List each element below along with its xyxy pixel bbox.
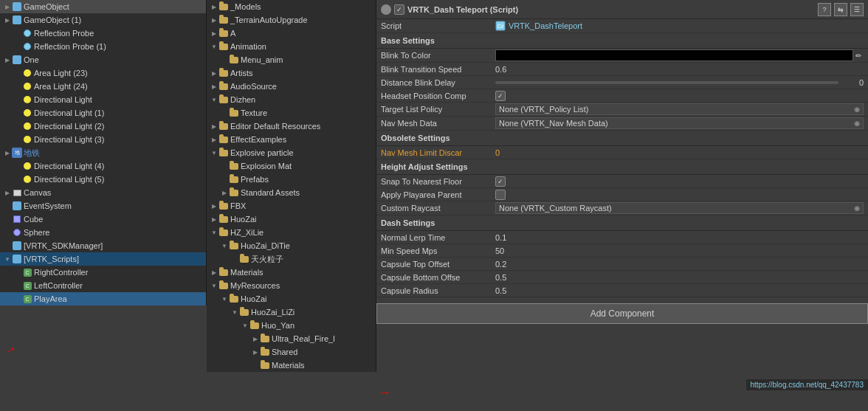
tree-arrow-icon[interactable]: [13, 69, 22, 77]
tree-arrow-icon[interactable]: [210, 69, 218, 77]
tree-arrow-icon[interactable]: [220, 175, 229, 184]
tree-arrow-icon[interactable]: [210, 135, 218, 144]
tree-arrow-icon[interactable]: [251, 334, 260, 343]
hierarchy-item[interactable]: Area Light (24): [0, 80, 206, 93]
tree-arrow-icon[interactable]: [251, 348, 260, 356]
tree-arrow-icon[interactable]: [13, 281, 22, 290]
settings-icon-btn[interactable]: ☰: [850, 3, 864, 16]
add-component-button[interactable]: Add Component: [376, 303, 868, 324]
project-item[interactable]: Menu_anim: [207, 53, 376, 66]
project-item[interactable]: Ultra_Real_Fire_l: [207, 332, 376, 345]
tree-arrow-icon[interactable]: [3, 241, 12, 250]
project-item[interactable]: Editor Default Resources: [207, 120, 376, 133]
hierarchy-item[interactable]: Sphere: [0, 226, 206, 239]
tree-arrow-icon[interactable]: [210, 148, 218, 157]
hierarchy-item[interactable]: Directional Light (1): [0, 106, 206, 120]
tree-arrow-icon[interactable]: [210, 82, 218, 91]
tree-arrow-icon[interactable]: [13, 42, 22, 51]
tree-arrow-icon[interactable]: [13, 175, 22, 184]
hierarchy-item[interactable]: Cube: [0, 213, 206, 226]
tree-arrow-icon[interactable]: [220, 241, 229, 250]
tree-arrow-icon[interactable]: [210, 2, 218, 11]
tree-arrow-icon[interactable]: [13, 108, 22, 117]
hierarchy-item[interactable]: One: [0, 53, 206, 66]
tree-arrow-icon[interactable]: [210, 215, 218, 224]
help-icon-btn[interactable]: ?: [818, 3, 831, 16]
pencil-icon[interactable]: ✏: [853, 50, 864, 61]
project-item[interactable]: 天火粒子: [207, 252, 376, 266]
hierarchy-item[interactable]: Reflection Probe (1): [0, 40, 206, 53]
tree-arrow-icon[interactable]: [230, 255, 239, 263]
headset-pos-checkbox[interactable]: [495, 91, 506, 101]
tree-arrow-icon[interactable]: [220, 108, 229, 117]
tree-arrow-icon[interactable]: [13, 135, 22, 144]
tree-arrow-icon[interactable]: [230, 308, 239, 317]
tree-arrow-icon[interactable]: [210, 201, 218, 210]
project-item[interactable]: Standard Assets: [207, 186, 376, 199]
project-item[interactable]: Prefabs: [207, 173, 376, 186]
tree-arrow-icon[interactable]: [13, 122, 22, 131]
project-item[interactable]: MyResources: [207, 279, 376, 292]
project-item[interactable]: Dizhen: [207, 93, 376, 106]
tree-arrow-icon[interactable]: [220, 162, 229, 170]
project-item[interactable]: Explosion Mat: [207, 159, 376, 173]
hierarchy-item[interactable]: EventSystem: [0, 199, 206, 213]
tree-arrow-icon[interactable]: [220, 55, 229, 64]
project-item[interactable]: HuoZai_LiZi: [207, 305, 376, 319]
project-item[interactable]: Animation: [207, 40, 376, 53]
tree-arrow-icon[interactable]: [210, 29, 218, 38]
project-item[interactable]: HZ_XiLie: [207, 226, 376, 239]
hierarchy-item[interactable]: Directional Light: [0, 93, 206, 106]
project-item[interactable]: EffectExamples: [207, 133, 376, 146]
tree-arrow-icon[interactable]: [251, 361, 260, 370]
tree-arrow-icon[interactable]: [13, 29, 22, 38]
project-item[interactable]: HuoZai: [207, 292, 376, 305]
component-checkbox[interactable]: [394, 4, 404, 15]
tree-arrow-icon[interactable]: [241, 321, 249, 330]
snap-floor-checkbox[interactable]: [495, 176, 506, 187]
distance-blink-slider[interactable]: 0: [495, 78, 864, 87]
hierarchy-item[interactable]: Directional Light (4): [0, 159, 206, 173]
project-item[interactable]: Artists: [207, 66, 376, 80]
tree-arrow-icon[interactable]: [3, 228, 12, 237]
hierarchy-item[interactable]: Area Light (23): [0, 66, 206, 80]
project-item[interactable]: Materials: [207, 359, 376, 372]
tree-arrow-icon[interactable]: [220, 294, 229, 303]
blink-color-value[interactable]: [495, 49, 853, 61]
hierarchy-item[interactable]: Directional Light (5): [0, 173, 206, 186]
enable-circle[interactable]: [381, 4, 391, 15]
tree-arrow-icon[interactable]: [210, 268, 218, 277]
hierarchy-item[interactable]: CRightController: [0, 266, 206, 279]
hierarchy-item[interactable]: Canvas: [0, 186, 206, 199]
hierarchy-item[interactable]: [VRTK_Scripts]: [0, 252, 206, 266]
project-item[interactable]: Explosive particle: [207, 146, 376, 159]
tree-arrow-icon[interactable]: [3, 15, 12, 24]
tree-arrow-icon[interactable]: [210, 281, 218, 290]
hierarchy-item[interactable]: [VRTK_SDKManager]: [0, 239, 206, 252]
project-item[interactable]: Huo_Yan: [207, 319, 376, 332]
tree-arrow-icon[interactable]: [13, 82, 22, 91]
project-item[interactable]: A: [207, 27, 376, 40]
tree-arrow-icon[interactable]: [3, 188, 12, 197]
tree-arrow-icon[interactable]: [13, 268, 22, 277]
project-item[interactable]: _TerrainAutoUpgrade: [207, 13, 376, 27]
project-item[interactable]: _Models: [207, 0, 376, 13]
hierarchy-item[interactable]: 地地铁: [0, 146, 206, 159]
project-item[interactable]: FBX: [207, 199, 376, 213]
tree-arrow-icon[interactable]: [13, 95, 22, 104]
project-item[interactable]: HuoZai_DiTie: [207, 239, 376, 252]
project-item[interactable]: Texture: [207, 106, 376, 120]
target-policy-select[interactable]: None (VRTK_Policy List) ◉: [495, 103, 864, 115]
project-item[interactable]: Shared: [207, 345, 376, 359]
expand-icon-btn[interactable]: ⇆: [834, 3, 847, 16]
hierarchy-item[interactable]: Reflection Probe: [0, 27, 206, 40]
tree-arrow-icon[interactable]: [210, 95, 218, 104]
hierarchy-item[interactable]: Directional Light (2): [0, 120, 206, 133]
project-item[interactable]: AudioSource: [207, 80, 376, 93]
tree-arrow-icon[interactable]: [13, 294, 22, 303]
hierarchy-item[interactable]: GameObject (1): [0, 13, 206, 27]
tree-arrow-icon[interactable]: [210, 42, 218, 51]
tree-arrow-icon[interactable]: [3, 2, 12, 11]
nav-mesh-data-select[interactable]: None (VRTK_Nav Mesh Data) ◉: [495, 117, 864, 129]
apply-playarea-checkbox[interactable]: [495, 190, 506, 200]
